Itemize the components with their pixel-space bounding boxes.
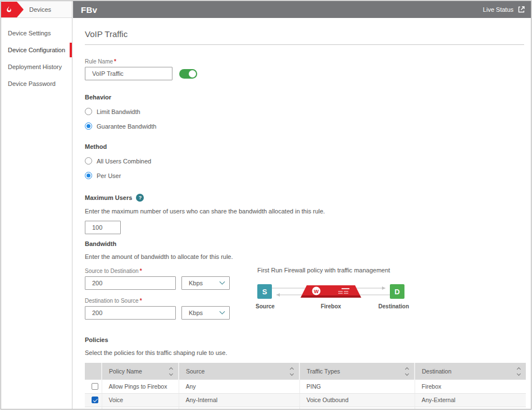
sidebar-item-label: Deployment History: [8, 63, 62, 70]
source-to-destination-unit-select[interactable]: Kbps: [181, 276, 230, 290]
main-content: VoIP Traffic Rule Name* Behavior Limit B…: [73, 18, 531, 409]
destination-to-source-unit-select[interactable]: Kbps: [181, 306, 230, 320]
required-asterisk: *: [140, 268, 142, 274]
destination-node-label: Destination: [379, 303, 409, 309]
column-header-destination[interactable]: Destination: [415, 363, 526, 380]
cell-policy-name: Allow Pings to Firebox: [102, 380, 179, 393]
source-to-destination-input[interactable]: [85, 276, 176, 290]
flame-icon: [5, 6, 13, 13]
maximum-users-description: Enter the maximum number of users who ca…: [85, 208, 524, 215]
maximum-users-input[interactable]: [85, 221, 121, 234]
radio-icon: [85, 108, 92, 115]
svg-text:W: W: [314, 289, 319, 294]
policies-section: Policies Select the policies for this tr…: [85, 336, 524, 409]
cell-source: Any-Internal: [179, 393, 299, 407]
cell-traffic-types: Voice Outbound: [299, 393, 415, 407]
rule-name-label: Rule Name*: [85, 58, 172, 65]
radio-label: Guarantee Bandwidth: [97, 123, 156, 130]
sidebar-header: Devices: [1, 1, 72, 18]
radio-limit-bandwidth[interactable]: Limit Bandwidth: [85, 108, 524, 115]
method-label: Method: [85, 143, 524, 150]
diagram-arrows-and-firebox: W: [272, 283, 390, 300]
cell-traffic-types: HTTPS: [299, 407, 415, 409]
radio-all-users-combined[interactable]: All Users Combined: [85, 157, 524, 165]
required-asterisk: *: [140, 298, 142, 304]
table-row: Voice Any-Internal Voice Outbound Any-Ex…: [85, 393, 526, 407]
radio-icon: [85, 172, 92, 179]
maximum-users-section: Maximum Users ? Enter the maximum number…: [85, 194, 524, 234]
sidebar-nav: Device Settings Device Configuration Dep…: [1, 18, 72, 90]
rule-enabled-toggle[interactable]: [179, 69, 197, 79]
device-title: FBv: [81, 5, 97, 15]
radio-icon: [85, 157, 92, 165]
sidebar: Devices Device Settings Device Configura…: [1, 1, 72, 409]
behavior-section: Behavior Limit Bandwidth Guarantee Bandw…: [85, 94, 524, 130]
radio-icon: [85, 122, 92, 130]
sort-icon[interactable]: [406, 368, 408, 375]
cell-destination: Any-External: [415, 393, 526, 407]
destination-to-source-input[interactable]: [85, 306, 176, 320]
sort-icon[interactable]: [170, 368, 172, 375]
row-checkbox[interactable]: [92, 383, 98, 390]
page-title: VoIP Traffic: [85, 29, 524, 45]
row-checkbox[interactable]: [92, 397, 98, 403]
radio-label: All Users Combined: [97, 158, 151, 165]
sidebar-item-label: Device Password: [8, 80, 56, 87]
chevron-down-icon: [220, 308, 225, 314]
bandwidth-section: Bandwidth Enter the amount of bandwidth …: [85, 240, 524, 320]
live-status-link[interactable]: Live Status: [483, 6, 525, 13]
help-icon[interactable]: ?: [136, 194, 144, 202]
cell-source: Any-Internal: [179, 407, 299, 409]
policies-description: Select the policies for this traffic sha…: [85, 349, 524, 356]
radio-guarantee-bandwidth[interactable]: Guarantee Bandwidth: [85, 122, 524, 130]
table-row: WatchGuard Threat Detectio... Any-Intern…: [85, 407, 526, 409]
sort-icon[interactable]: [517, 368, 520, 375]
watchguard-logo: [1, 2, 24, 17]
traffic-diagram: First Run Firewall policy with traffic m…: [257, 267, 404, 311]
radio-label: Limit Bandwidth: [97, 108, 140, 115]
cell-destination: Firebox: [415, 380, 526, 393]
cell-traffic-types: PING: [299, 380, 415, 393]
policies-table: Policy Name Source Traffic Types: [85, 363, 526, 409]
source-node: S: [257, 284, 272, 299]
app-label: Devices: [29, 6, 51, 13]
sidebar-item-device-settings[interactable]: Device Settings: [1, 27, 72, 39]
cell-policy-name: WatchGuard Threat Detectio...: [102, 407, 179, 409]
toggle-knob: [189, 70, 196, 78]
behavior-label: Behavior: [85, 94, 524, 101]
bandwidth-description: Enter the amount of bandwidth to allocat…: [85, 253, 524, 260]
cell-source: Any: [179, 380, 299, 393]
external-link-icon: [517, 6, 525, 13]
required-asterisk: *: [114, 58, 116, 65]
column-header-traffic-types[interactable]: Traffic Types: [299, 363, 415, 380]
maximum-users-label: Maximum Users: [85, 194, 132, 201]
topbar: FBv Live Status: [73, 1, 531, 18]
sort-icon[interactable]: [290, 368, 293, 375]
app-window: Devices Device Settings Device Configura…: [1, 1, 531, 409]
firebox-icon: W: [301, 285, 361, 298]
table-header-row: Policy Name Source Traffic Types: [85, 363, 526, 380]
sidebar-item-device-configuration[interactable]: Device Configuration: [1, 44, 72, 56]
rule-name-group: Rule Name*: [85, 58, 524, 80]
method-section: Method All Users Combined Per User: [85, 143, 524, 179]
sidebar-item-device-password[interactable]: Device Password: [1, 78, 72, 90]
policies-label: Policies: [85, 336, 524, 343]
live-status-label: Live Status: [483, 6, 513, 13]
unit-value: Kbps: [189, 309, 203, 316]
table-row: Allow Pings to Firebox Any PING Firebox: [85, 380, 526, 393]
rule-name-input[interactable]: [85, 67, 172, 80]
sidebar-item-label: Device Configuration: [8, 47, 65, 53]
radio-per-user[interactable]: Per User: [85, 172, 524, 179]
checkbox-column-header: [85, 363, 102, 380]
cell-policy-name: Voice: [102, 393, 179, 407]
cell-destination: tdr-hsc-eu.watchguard.com, tdr-hsc-na.wa…: [415, 407, 526, 409]
diagram-caption: First Run Firewall policy with traffic m…: [257, 267, 404, 274]
sidebar-item-label: Device Settings: [8, 30, 51, 37]
destination-node: D: [390, 284, 404, 299]
bandwidth-label: Bandwidth: [85, 240, 524, 247]
chevron-down-icon: [220, 279, 225, 284]
sidebar-item-deployment-history[interactable]: Deployment History: [1, 61, 72, 73]
radio-label: Per User: [97, 172, 121, 179]
column-header-source[interactable]: Source: [179, 363, 299, 380]
column-header-policy-name[interactable]: Policy Name: [102, 363, 179, 380]
